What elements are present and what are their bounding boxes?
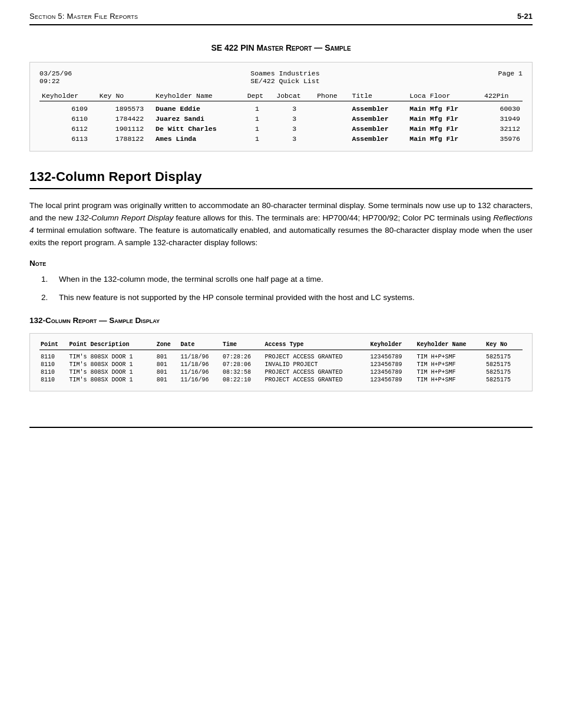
col132-section: 132-Column Report Display The local prin… [29,169,533,391]
footer-bar [29,427,533,431]
col132-table-header: Point Point Description Zone Date Time A… [39,341,523,350]
col-point: Point [39,341,68,350]
page-header: Section 5: Master File Reports 5-21 [29,12,533,25]
col-dept: Dept [245,91,275,101]
note-item-1: 1. When in the 132-column mode, the term… [29,274,533,286]
col132-title: 132-Column Report Display [29,169,533,189]
section-title: Section 5: Master File Reports [29,12,138,21]
se422-meta-center: Soames Industries SE/422 Quick List [250,70,319,85]
col-access: Access Type [264,341,369,350]
col-title: Title [350,91,408,101]
col-keyholder: Keyholder [369,341,415,350]
col132-report-block: Point Point Description Zone Date Time A… [29,333,533,391]
col-keyno: Key No [97,91,153,101]
note-heading: Note [29,259,533,268]
table-row: 8110 TIM's 808SX DOOR 1 801 11/18/96 07:… [39,361,523,368]
col-keyholder: Keyholder [39,91,97,101]
col-loca: Loca Floor [407,91,482,101]
col-date: Date [180,341,222,350]
se422-meta-right: Page 1 [498,70,523,85]
note-item-2: 2. This new feature is not supported by … [29,292,533,304]
col132-body: The local print program was originally w… [29,200,533,249]
col-zone: Zone [156,341,180,350]
se422-report-meta: 03/25/96 09:22 Soames Industries SE/422 … [39,70,523,85]
se422-list-name: SE/422 Quick List [250,77,319,85]
note-section: Note 1. When in the 132-column mode, the… [29,259,533,304]
col-time: Time [222,341,264,350]
table-row: 6109 1895573 Duane Eddie 1 3 Assembler M… [39,101,523,114]
col132-table: Point Point Description Zone Date Time A… [39,341,523,384]
table-row: 8110 TIM's 808SX DOOR 1 801 11/16/96 08:… [39,368,523,376]
col-point-desc: Point Description [68,341,156,350]
se422-table-header: Keyholder Key No Keyholder Name Dept Job… [39,91,523,101]
se422-report-block: 03/25/96 09:22 Soames Industries SE/422 … [29,62,533,151]
table-row: 6113 1788122 Ames Linda 1 3 Assembler Ma… [39,134,523,144]
col-keyno: Key No [485,341,523,350]
page-number: 5-21 [517,12,533,21]
table-row: 8110 TIM's 808SX DOOR 1 801 11/18/96 07:… [39,350,523,361]
note-list: 1. When in the 132-column mode, the term… [29,274,533,304]
col-keyholder-name: Keyholder Name [416,341,485,350]
col-phone: Phone [315,91,349,101]
table-row: 6112 1901112 De Witt Charles 1 3 Assembl… [39,124,523,134]
col-pin: 422Pin [482,91,523,101]
se422-time: 09:22 [39,77,72,85]
se422-page: Page 1 [498,70,523,77]
se422-date: 03/25/96 [39,70,72,77]
col-keyname: Keyholder Name [153,91,245,101]
se422-company: Soames Industries [250,70,319,77]
col-jobcat: Jobcat [274,91,315,101]
col132-subsection-title: 132-Column Report — Sample Display [29,316,533,325]
se422-title: SE 422 PIN Master Report — Sample [29,43,533,52]
se422-section: SE 422 PIN Master Report — Sample 03/25/… [29,43,533,151]
page: Section 5: Master File Reports 5-21 SE 4… [0,0,562,728]
table-row: 6110 1784422 Juarez Sandi 1 3 Assembler … [39,114,523,124]
se422-meta-left: 03/25/96 09:22 [39,70,72,85]
table-row: 8110 TIM's 808SX DOOR 1 801 11/16/96 08:… [39,376,523,384]
se422-table: Keyholder Key No Keyholder Name Dept Job… [39,91,523,144]
